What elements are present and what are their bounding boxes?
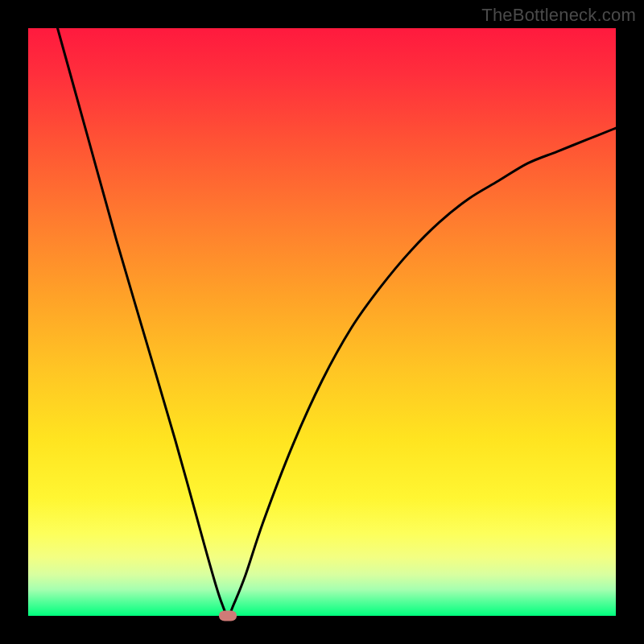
chart-frame: TheBottleneck.com: [0, 0, 644, 644]
bottleneck-curve: [58, 28, 617, 616]
optimum-marker: [219, 611, 237, 621]
watermark-text: TheBottleneck.com: [481, 5, 636, 26]
plot-area: [28, 28, 616, 616]
curve-svg: [28, 28, 616, 616]
